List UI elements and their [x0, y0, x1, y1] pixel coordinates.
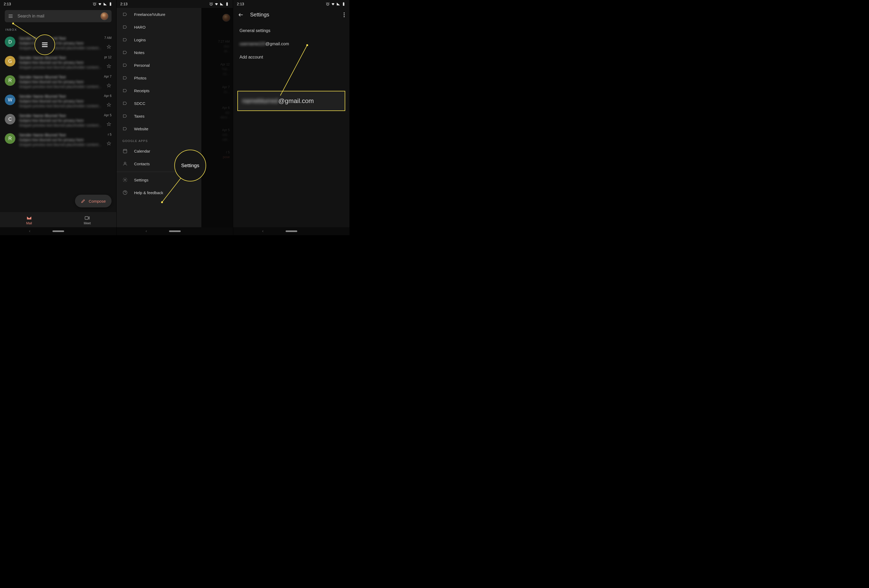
email-subject: Subject line blurred out for privacy her…: [19, 80, 111, 84]
settings-item-add-account[interactable]: Add account: [233, 50, 350, 64]
email-item[interactable]: W Sender Name Blurred Text Apr 6 Subject…: [0, 91, 116, 111]
battery-icon: [108, 2, 113, 6]
drawer-label-item[interactable]: Taxes: [117, 110, 201, 122]
back-arrow-icon[interactable]: [238, 12, 244, 18]
signal-icon: [336, 2, 340, 6]
nav-meet[interactable]: Meet: [58, 213, 117, 227]
wifi-icon: [331, 2, 335, 6]
navigation-drawer: Freelance/Vulture HARO Logins Notes Pers…: [117, 8, 201, 227]
settings-list: General settings username123@gmail.com A…: [233, 21, 350, 67]
signal-icon: [219, 2, 224, 6]
email-item[interactable]: R Sender Name Blurred Text r 5 Subject l…: [0, 130, 116, 150]
email-avatar: C: [5, 114, 15, 124]
search-input[interactable]: Search in mail: [18, 14, 96, 19]
back-icon[interactable]: [145, 230, 148, 233]
email-time: Apr 5: [104, 113, 111, 117]
email-time: Apr 6: [104, 94, 111, 98]
system-nav: [0, 227, 116, 235]
nav-meet-label: Meet: [84, 221, 91, 225]
drawer-label-item[interactable]: Notes: [117, 46, 201, 59]
settings-item-account[interactable]: username123@gmail.com: [233, 37, 350, 50]
back-icon[interactable]: [28, 230, 31, 233]
svg-point-10: [123, 191, 127, 195]
email-avatar: G: [5, 56, 15, 67]
star-icon[interactable]: [106, 121, 111, 127]
label-icon: [122, 37, 128, 42]
email-item[interactable]: C Sender Name Blurred Text Apr 5 Subject…: [0, 111, 116, 130]
drawer-item-calendar[interactable]: Calendar: [117, 145, 201, 157]
alarm-icon: [326, 2, 330, 6]
nav-mail-label: Mail: [26, 221, 32, 225]
email-snippet: Snippet preview text blurred placeholder…: [19, 65, 111, 70]
screen-settings: 2:13 Settings General settings username1…: [233, 0, 350, 235]
nav-mail[interactable]: Mail: [0, 213, 58, 227]
star-icon[interactable]: [106, 64, 111, 69]
help-icon: [122, 190, 128, 195]
signal-icon: [103, 2, 107, 6]
system-nav: [233, 227, 350, 235]
alarm-icon: [209, 2, 213, 6]
profile-avatar[interactable]: [101, 12, 108, 20]
label-icon: [122, 88, 128, 93]
email-item[interactable]: R Sender Name Blurred Text Apr 7 Subject…: [0, 72, 116, 91]
drawer-item-help[interactable]: Help & feedback: [117, 186, 201, 199]
email-subject: Subject line blurred out for privacy her…: [19, 41, 111, 45]
svg-point-8: [124, 162, 126, 164]
email-item[interactable]: G Sender Name Blurred Text pr 12 Subject…: [0, 53, 116, 72]
screen-drawer: 2:13 7:27 AMsburail... Apr 12Tue...13,..…: [117, 0, 233, 235]
label-icon: [122, 101, 128, 106]
email-time: pr 12: [104, 55, 111, 59]
drawer-label-text: Receipts: [134, 89, 150, 93]
email-time: r 5: [108, 133, 111, 136]
drawer-label-text: Photos: [134, 76, 147, 80]
calendar-icon: [122, 148, 128, 154]
status-time: 2:13: [4, 2, 11, 6]
highlight-account-box: nameblurred@gmail.com: [237, 91, 345, 111]
svg-rect-1: [110, 3, 111, 6]
star-icon[interactable]: [106, 44, 111, 50]
system-nav: [117, 227, 233, 235]
drawer-item-contacts[interactable]: Contacts: [117, 157, 201, 170]
settings-item-general[interactable]: General settings: [233, 24, 350, 37]
compose-button[interactable]: Compose: [75, 195, 111, 207]
star-icon[interactable]: [106, 141, 111, 146]
drawer-label-text: Logins: [134, 38, 146, 42]
drawer-label-item[interactable]: SDCC: [117, 97, 201, 110]
svg-rect-3: [85, 216, 88, 219]
back-icon[interactable]: [261, 230, 264, 233]
drawer-item-settings[interactable]: Settings: [117, 173, 201, 186]
drawer-label-item[interactable]: Personal: [117, 59, 201, 71]
drawer-label-item[interactable]: Logins: [117, 33, 201, 46]
drawer-label-item[interactable]: Freelance/Vulture: [117, 8, 201, 21]
status-bar: 2:13: [117, 0, 233, 8]
star-icon[interactable]: [106, 83, 111, 88]
hamburger-icon[interactable]: [8, 13, 13, 19]
email-snippet: Snippet preview text blurred placeholder…: [19, 104, 111, 108]
home-pill[interactable]: [169, 230, 181, 232]
drawer-label-text: SDCC: [134, 101, 145, 106]
overflow-menu-icon[interactable]: [344, 12, 345, 17]
email-item[interactable]: D Sender Name Blurred Text 7 AM Subject …: [0, 33, 116, 53]
status-time: 2:13: [237, 2, 244, 6]
drawer-label-item[interactable]: Receipts: [117, 84, 201, 97]
email-subject: Subject line blurred out for privacy her…: [19, 99, 111, 103]
svg-rect-5: [226, 3, 228, 6]
wifi-icon: [214, 2, 219, 6]
home-pill[interactable]: [52, 230, 64, 232]
compose-label: Compose: [89, 199, 106, 203]
drawer-label-text: Notes: [134, 50, 144, 55]
status-icons: [209, 2, 229, 6]
settings-title: Settings: [250, 12, 337, 18]
status-bar: 2:13: [233, 0, 350, 8]
highlight-account-suffix: @gmail.com: [279, 97, 314, 105]
drawer-label-item[interactable]: HARO: [117, 21, 201, 33]
drawer-label-item[interactable]: Website: [117, 122, 201, 135]
drawer-label-item[interactable]: Photos: [117, 71, 201, 84]
drawer-label-text: HARO: [134, 25, 145, 30]
star-icon[interactable]: [106, 102, 111, 108]
email-sender: Sender Name Blurred Text: [19, 94, 66, 99]
home-pill[interactable]: [286, 230, 297, 232]
screen-inbox: 2:13 Search in mail INBOX D Sender Name …: [0, 0, 117, 235]
search-bar[interactable]: Search in mail: [5, 10, 111, 22]
contacts-icon: [122, 161, 128, 166]
